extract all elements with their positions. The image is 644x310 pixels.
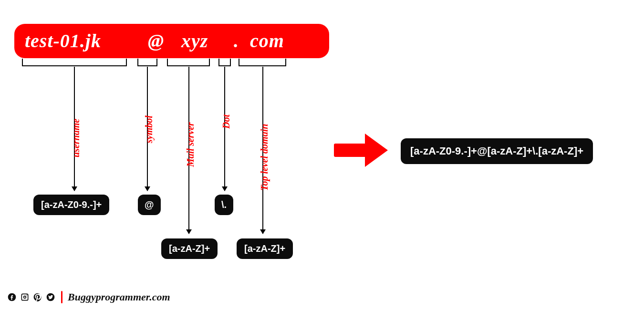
diagram-stage: test-01.jk @ xyz . com username symbol M… (0, 0, 644, 310)
combine-arrow (334, 134, 391, 167)
label-username: username (71, 119, 82, 157)
regex-box-username: [a-zA-Z0-9.-]+ (33, 195, 109, 215)
footer-site: Buggyprogrammer.com (68, 291, 170, 303)
regex-box-at: @ (138, 195, 161, 215)
arrow-head (365, 134, 388, 167)
email-segment-dot: . (234, 31, 239, 51)
regex-box-server: [a-zA-Z]+ (161, 238, 218, 259)
email-segment-at: @ (148, 31, 164, 51)
email-segment-username: test-01.jk (25, 31, 101, 51)
bracket-tld (239, 59, 286, 66)
email-segment-server: xyz (181, 31, 208, 51)
regex-box-tld: [a-zA-Z]+ (237, 238, 293, 259)
facebook-icon (7, 292, 17, 302)
footer: Buggyprogrammer.com (7, 291, 170, 303)
instagram-icon (20, 292, 30, 302)
label-tld: Top level domain (259, 124, 270, 191)
email-pill: test-01.jk @ xyz . com (14, 24, 329, 58)
bracket-dot (218, 59, 231, 66)
connector-dot (224, 67, 225, 191)
email-segment-tld: com (250, 31, 284, 51)
regex-box-final: [a-zA-Z0-9.-]+@[a-zA-Z]+\.[a-zA-Z]+ (401, 138, 593, 164)
label-dot: Dot (221, 114, 232, 129)
arrow-shaft (334, 144, 367, 157)
regex-box-dot: \. (215, 195, 233, 215)
twitter-icon (45, 292, 56, 302)
bracket-server (167, 59, 210, 66)
bracket-username (22, 59, 127, 66)
label-symbol: symbol (144, 115, 155, 143)
pinterest-icon (32, 292, 43, 302)
bracket-at (137, 59, 157, 66)
label-server: Mail server (185, 122, 196, 167)
footer-divider (61, 291, 62, 303)
